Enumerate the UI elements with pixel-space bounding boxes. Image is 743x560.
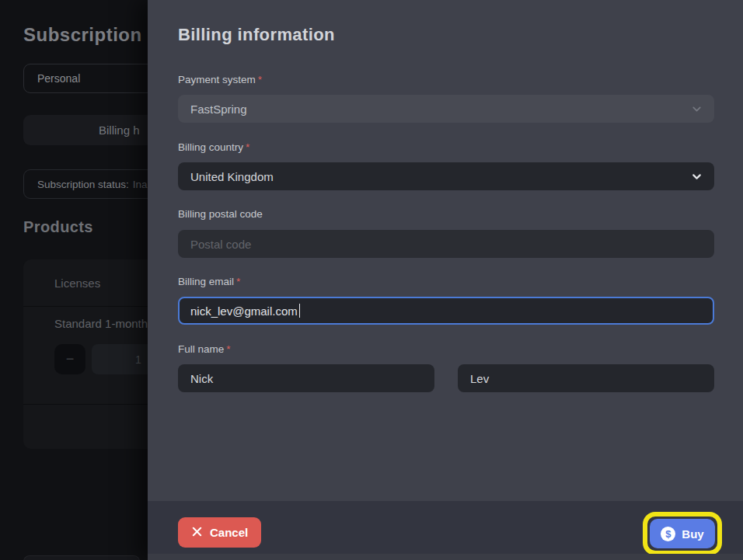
modal-footer: Cancel $ Buy <box>148 501 743 554</box>
buy-button-label: Buy <box>682 527 703 541</box>
billing-country-select[interactable]: United Kingdom <box>178 162 714 190</box>
billing-modal-body: Billing information Payment system* Fast… <box>148 0 743 501</box>
billing-postal-label: Billing postal code <box>178 208 263 220</box>
product-name: Standard 1-month <box>54 317 148 330</box>
required-marker: * <box>258 74 262 85</box>
dollar-glyph: $ <box>665 528 671 540</box>
billing-history-label: Billing h <box>99 123 140 137</box>
page-title: Subscription <box>23 24 142 46</box>
full-name-label-text: Full name <box>178 343 224 355</box>
last-name-input[interactable]: Lev <box>458 364 714 392</box>
cancel-button-label: Cancel <box>210 526 248 539</box>
chevron-down-icon <box>690 103 703 118</box>
billing-email-label: Billing email* <box>178 276 240 287</box>
last-name-value: Lev <box>470 372 489 385</box>
quantity-decrease-button[interactable]: − <box>54 344 85 374</box>
close-icon <box>191 526 203 540</box>
products-title: Products <box>23 218 93 236</box>
billing-country-label-text: Billing country <box>178 141 243 153</box>
billing-email-label-text: Billing email <box>178 276 234 287</box>
payment-system-label-text: Payment system <box>178 74 256 85</box>
billing-country-label: Billing country* <box>178 141 249 153</box>
subscription-status-value: Ina <box>133 179 148 190</box>
billing-email-input[interactable]: nick_lev@gmail.com <box>178 297 714 325</box>
full-name-label: Full name* <box>178 343 231 355</box>
licenses-label: Licenses <box>54 277 100 290</box>
page-below-modal <box>148 554 743 560</box>
buy-button[interactable]: $ Buy <box>650 519 715 548</box>
billing-postal-placeholder: Postal code <box>190 238 251 251</box>
app-window: Subscription Personal Billing h Subscrip… <box>0 0 743 560</box>
required-marker: * <box>246 141 249 153</box>
quantity-value: 1 <box>135 353 141 366</box>
highlight-ring: $ Buy <box>643 512 722 555</box>
subscription-status-label: Subscription status: <box>37 179 129 190</box>
first-name-input[interactable]: Nick <box>178 364 434 392</box>
billing-email-value: nick_lev@gmail.com <box>190 304 298 318</box>
dollar-icon: $ <box>661 527 675 541</box>
required-marker: * <box>226 343 230 355</box>
chevron-down-icon <box>690 170 703 186</box>
required-marker: * <box>236 276 240 287</box>
minus-icon: − <box>66 351 75 367</box>
billing-postal-input[interactable]: Postal code <box>178 230 714 258</box>
cancel-button[interactable]: Cancel <box>178 517 261 548</box>
payment-system-value: FastSpring <box>190 103 247 116</box>
payment-system-select[interactable]: FastSpring <box>178 95 714 123</box>
modal-title: Billing information <box>178 25 335 45</box>
billing-modal: Billing information Payment system* Fast… <box>148 0 743 560</box>
payment-system-label: Payment system* <box>178 74 262 85</box>
first-name-value: Nick <box>190 372 213 385</box>
text-cursor <box>299 304 301 318</box>
bottom-card-edge <box>23 555 140 560</box>
billing-postal-label-text: Billing postal code <box>178 208 263 220</box>
billing-country-value: United Kingdom <box>190 170 274 183</box>
account-type-label: Personal <box>37 72 80 85</box>
